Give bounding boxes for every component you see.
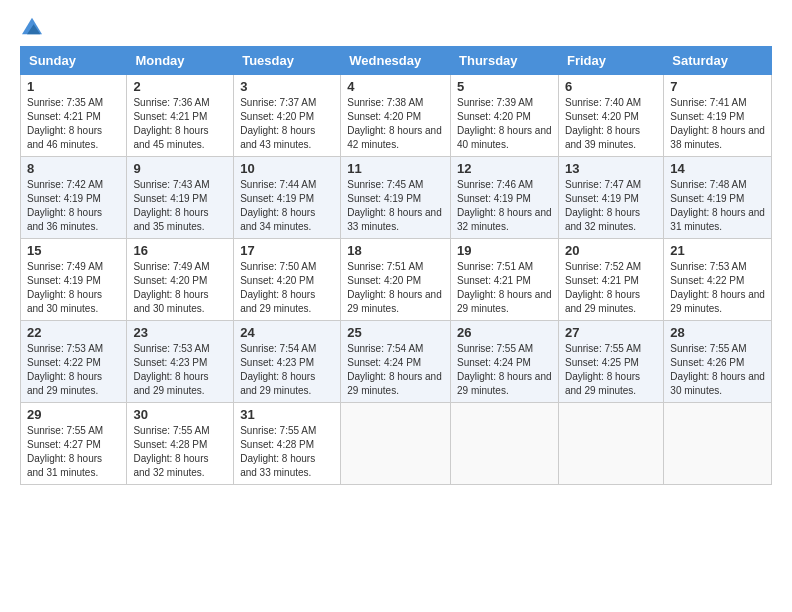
day-info: Sunrise: 7:53 AMSunset: 4:22 PMDaylight:… [670,261,765,314]
day-info: Sunrise: 7:40 AMSunset: 4:20 PMDaylight:… [565,97,641,150]
calendar-cell: 13 Sunrise: 7:47 AMSunset: 4:19 PMDaylig… [558,157,663,239]
day-info: Sunrise: 7:55 AMSunset: 4:28 PMDaylight:… [133,425,209,478]
day-number: 29 [27,407,120,422]
calendar-cell: 7 Sunrise: 7:41 AMSunset: 4:19 PMDayligh… [664,75,772,157]
col-monday: Monday [127,47,234,75]
calendar-cell: 23 Sunrise: 7:53 AMSunset: 4:23 PMDaylig… [127,321,234,403]
col-sunday: Sunday [21,47,127,75]
day-info: Sunrise: 7:45 AMSunset: 4:19 PMDaylight:… [347,179,442,232]
day-number: 12 [457,161,552,176]
col-wednesday: Wednesday [341,47,451,75]
calendar-cell: 12 Sunrise: 7:46 AMSunset: 4:19 PMDaylig… [451,157,559,239]
day-number: 22 [27,325,120,340]
day-number: 18 [347,243,444,258]
day-number: 26 [457,325,552,340]
day-info: Sunrise: 7:54 AMSunset: 4:24 PMDaylight:… [347,343,442,396]
col-saturday: Saturday [664,47,772,75]
day-info: Sunrise: 7:39 AMSunset: 4:20 PMDaylight:… [457,97,552,150]
day-number: 23 [133,325,227,340]
day-number: 4 [347,79,444,94]
day-number: 13 [565,161,657,176]
day-info: Sunrise: 7:55 AMSunset: 4:25 PMDaylight:… [565,343,641,396]
calendar-cell: 22 Sunrise: 7:53 AMSunset: 4:22 PMDaylig… [21,321,127,403]
day-info: Sunrise: 7:35 AMSunset: 4:21 PMDaylight:… [27,97,103,150]
day-info: Sunrise: 7:44 AMSunset: 4:19 PMDaylight:… [240,179,316,232]
day-number: 8 [27,161,120,176]
calendar-cell: 28 Sunrise: 7:55 AMSunset: 4:26 PMDaylig… [664,321,772,403]
day-info: Sunrise: 7:47 AMSunset: 4:19 PMDaylight:… [565,179,641,232]
calendar-cell [664,403,772,485]
calendar-cell: 31 Sunrise: 7:55 AMSunset: 4:28 PMDaylig… [234,403,341,485]
calendar-cell: 26 Sunrise: 7:55 AMSunset: 4:24 PMDaylig… [451,321,559,403]
day-number: 14 [670,161,765,176]
calendar-cell: 9 Sunrise: 7:43 AMSunset: 4:19 PMDayligh… [127,157,234,239]
page: Sunday Monday Tuesday Wednesday Thursday… [0,0,792,612]
calendar-cell: 10 Sunrise: 7:44 AMSunset: 4:19 PMDaylig… [234,157,341,239]
col-thursday: Thursday [451,47,559,75]
day-number: 10 [240,161,334,176]
calendar-week-row: 1 Sunrise: 7:35 AMSunset: 4:21 PMDayligh… [21,75,772,157]
day-number: 25 [347,325,444,340]
day-number: 24 [240,325,334,340]
day-number: 19 [457,243,552,258]
logo [20,16,42,36]
day-number: 21 [670,243,765,258]
calendar-cell: 6 Sunrise: 7:40 AMSunset: 4:20 PMDayligh… [558,75,663,157]
calendar-cell: 14 Sunrise: 7:48 AMSunset: 4:19 PMDaylig… [664,157,772,239]
day-number: 17 [240,243,334,258]
calendar-cell: 27 Sunrise: 7:55 AMSunset: 4:25 PMDaylig… [558,321,663,403]
day-info: Sunrise: 7:41 AMSunset: 4:19 PMDaylight:… [670,97,765,150]
calendar-table: Sunday Monday Tuesday Wednesday Thursday… [20,46,772,485]
calendar-cell [451,403,559,485]
day-info: Sunrise: 7:46 AMSunset: 4:19 PMDaylight:… [457,179,552,232]
day-number: 28 [670,325,765,340]
day-info: Sunrise: 7:55 AMSunset: 4:27 PMDaylight:… [27,425,103,478]
day-info: Sunrise: 7:55 AMSunset: 4:28 PMDaylight:… [240,425,316,478]
day-number: 5 [457,79,552,94]
day-number: 7 [670,79,765,94]
col-friday: Friday [558,47,663,75]
calendar-cell: 5 Sunrise: 7:39 AMSunset: 4:20 PMDayligh… [451,75,559,157]
calendar-cell: 17 Sunrise: 7:50 AMSunset: 4:20 PMDaylig… [234,239,341,321]
day-info: Sunrise: 7:38 AMSunset: 4:20 PMDaylight:… [347,97,442,150]
day-number: 20 [565,243,657,258]
calendar-cell: 4 Sunrise: 7:38 AMSunset: 4:20 PMDayligh… [341,75,451,157]
day-number: 31 [240,407,334,422]
day-info: Sunrise: 7:55 AMSunset: 4:26 PMDaylight:… [670,343,765,396]
day-info: Sunrise: 7:53 AMSunset: 4:22 PMDaylight:… [27,343,103,396]
day-number: 30 [133,407,227,422]
calendar-cell [341,403,451,485]
calendar-cell: 11 Sunrise: 7:45 AMSunset: 4:19 PMDaylig… [341,157,451,239]
header-row: Sunday Monday Tuesday Wednesday Thursday… [21,47,772,75]
calendar-cell: 2 Sunrise: 7:36 AMSunset: 4:21 PMDayligh… [127,75,234,157]
calendar-cell: 3 Sunrise: 7:37 AMSunset: 4:20 PMDayligh… [234,75,341,157]
calendar-cell: 16 Sunrise: 7:49 AMSunset: 4:20 PMDaylig… [127,239,234,321]
day-number: 3 [240,79,334,94]
calendar-cell: 24 Sunrise: 7:54 AMSunset: 4:23 PMDaylig… [234,321,341,403]
day-info: Sunrise: 7:51 AMSunset: 4:20 PMDaylight:… [347,261,442,314]
calendar-cell: 1 Sunrise: 7:35 AMSunset: 4:21 PMDayligh… [21,75,127,157]
calendar-cell: 19 Sunrise: 7:51 AMSunset: 4:21 PMDaylig… [451,239,559,321]
calendar-cell: 25 Sunrise: 7:54 AMSunset: 4:24 PMDaylig… [341,321,451,403]
day-info: Sunrise: 7:54 AMSunset: 4:23 PMDaylight:… [240,343,316,396]
day-number: 15 [27,243,120,258]
day-info: Sunrise: 7:49 AMSunset: 4:20 PMDaylight:… [133,261,209,314]
calendar-cell: 29 Sunrise: 7:55 AMSunset: 4:27 PMDaylig… [21,403,127,485]
calendar-week-row: 29 Sunrise: 7:55 AMSunset: 4:27 PMDaylig… [21,403,772,485]
day-info: Sunrise: 7:42 AMSunset: 4:19 PMDaylight:… [27,179,103,232]
day-info: Sunrise: 7:48 AMSunset: 4:19 PMDaylight:… [670,179,765,232]
day-info: Sunrise: 7:50 AMSunset: 4:20 PMDaylight:… [240,261,316,314]
day-number: 2 [133,79,227,94]
calendar-cell: 21 Sunrise: 7:53 AMSunset: 4:22 PMDaylig… [664,239,772,321]
calendar-week-row: 8 Sunrise: 7:42 AMSunset: 4:19 PMDayligh… [21,157,772,239]
day-number: 9 [133,161,227,176]
day-info: Sunrise: 7:36 AMSunset: 4:21 PMDaylight:… [133,97,209,150]
day-info: Sunrise: 7:53 AMSunset: 4:23 PMDaylight:… [133,343,209,396]
day-info: Sunrise: 7:52 AMSunset: 4:21 PMDaylight:… [565,261,641,314]
day-number: 27 [565,325,657,340]
calendar-week-row: 15 Sunrise: 7:49 AMSunset: 4:19 PMDaylig… [21,239,772,321]
day-number: 1 [27,79,120,94]
calendar-week-row: 22 Sunrise: 7:53 AMSunset: 4:22 PMDaylig… [21,321,772,403]
calendar-cell: 18 Sunrise: 7:51 AMSunset: 4:20 PMDaylig… [341,239,451,321]
day-info: Sunrise: 7:51 AMSunset: 4:21 PMDaylight:… [457,261,552,314]
